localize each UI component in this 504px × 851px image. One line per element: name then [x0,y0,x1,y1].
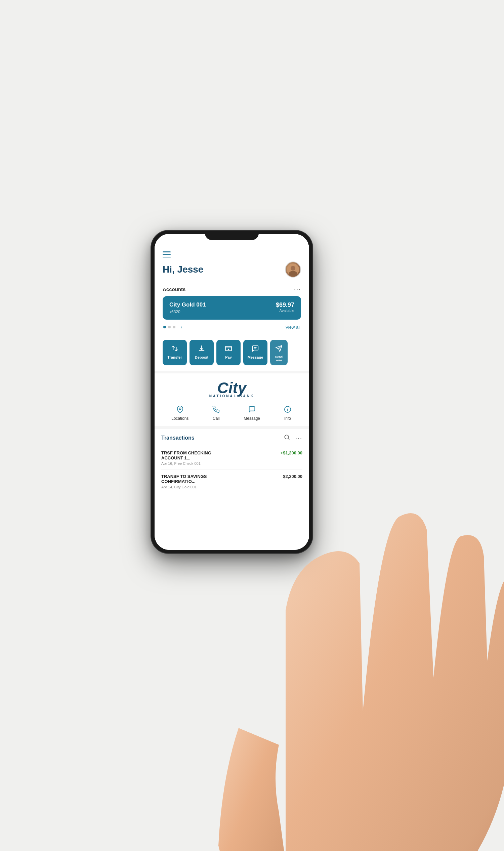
pagination-dot-0[interactable] [163,326,166,329]
bank-logo-national-bank: NATIONAL BANK [209,394,254,398]
action-transfer[interactable]: Transfer [163,340,187,365]
account-card-0[interactable]: City Gold 001 x6320 $69.97 Available [163,296,301,320]
svg-point-9 [179,408,181,410]
pay-icon [224,344,233,353]
transactions-icons: ··· [284,434,302,442]
bank-action-locations-label: Locations [172,416,188,421]
bank-action-info[interactable]: Info [283,405,292,421]
greeting-text: Hi, Jesse [163,264,203,275]
pagination-row: › View all [163,324,301,331]
bank-action-locations[interactable]: Locations [172,405,188,421]
accounts-title: Accounts [163,286,185,292]
svg-point-1 [291,266,295,270]
app-header: Hi, Jesse [155,249,309,283]
actions-section: Transfer Deposit [155,336,309,371]
transactions-title: Transactions [161,435,195,441]
action-pay-label: Pay [225,355,232,359]
call-icon [211,405,221,414]
message-icon [251,344,260,353]
location-icon [175,405,185,414]
view-all-link[interactable]: View all [285,325,300,330]
info-icon [283,405,292,414]
svg-point-4 [228,349,229,350]
pagination-dot-2[interactable] [173,326,175,329]
avatar[interactable] [285,262,301,278]
transactions-header: Transactions ··· [161,434,302,442]
account-name: City Gold 001 [169,301,206,308]
bank-actions: Locations Call [160,403,304,421]
svg-line-14 [288,438,289,439]
deposit-icon [197,344,206,353]
bank-logo-city: City [217,380,247,395]
pagination-dot-1[interactable] [168,326,171,329]
action-message[interactable]: Message [243,340,268,365]
bank-action-message[interactable]: Message [244,405,260,421]
bank-action-call[interactable]: Call [211,405,221,421]
account-number: x6320 [169,309,206,314]
bank-action-call-label: Call [213,416,220,421]
bank-action-info-label: Info [284,416,291,421]
search-icon[interactable] [284,434,290,442]
actions-row: Transfer Deposit [163,340,301,365]
accounts-section: Accounts ··· City Gold 001 x6320 $69.97 … [155,283,309,336]
bank-card: City NATIONAL BANK Loc [155,373,309,426]
pagination-chevron[interactable]: › [178,324,185,331]
transfer-icon [170,344,179,353]
bank-message-icon [247,405,257,414]
action-pay[interactable]: Pay [216,340,240,365]
accounts-more-button[interactable]: ··· [294,286,301,293]
action-deposit[interactable]: Deposit [190,340,214,365]
account-amount-label: Available [276,308,294,313]
phone-notch [205,231,259,240]
hand-illustration [218,442,504,851]
menu-button[interactable] [163,251,171,258]
action-deposit-label: Deposit [195,355,208,359]
bank-action-message-label: Message [244,416,260,421]
account-amount: $69.97 [276,301,294,308]
action-send-wire[interactable]: Send wire [270,340,288,365]
action-send-wire-label: Send wire [272,355,286,362]
action-message-label: Message [248,355,263,359]
send-wire-icon [274,344,284,353]
bank-logo: City NATIONAL BANK [160,380,304,398]
action-transfer-label: Transfer [167,355,182,359]
transactions-more-button[interactable]: ··· [295,435,302,442]
